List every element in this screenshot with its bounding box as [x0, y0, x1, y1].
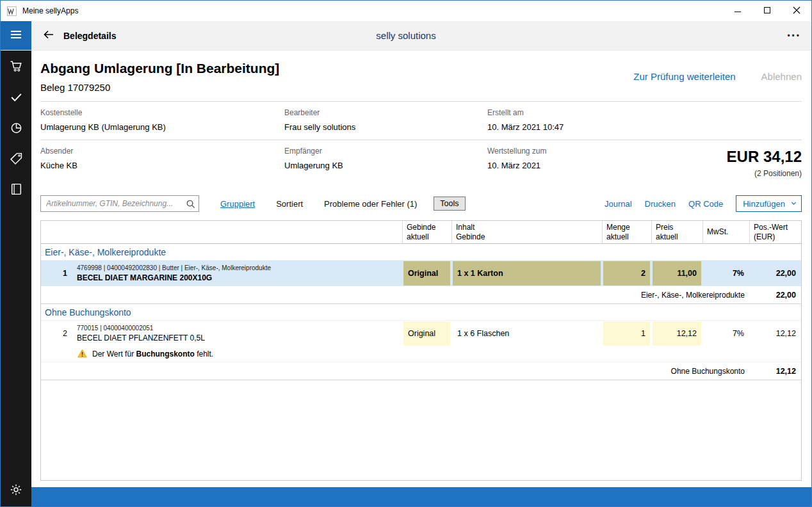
gear-icon	[10, 483, 22, 499]
article-name: BECEL DIAET MARGARINE 200X10G	[77, 273, 212, 282]
field-empfaenger: Empfänger Umlagerung KB	[284, 147, 487, 178]
preis-cell[interactable]: 12,12	[653, 321, 701, 346]
article-meta: 770015 | 04000400002051	[77, 325, 153, 332]
minimize-icon	[734, 5, 742, 17]
maximize-button[interactable]	[752, 1, 782, 21]
sidebar-item-cart[interactable]	[1, 52, 31, 83]
sorted-toggle[interactable]: Sortiert	[276, 199, 303, 209]
sidebar-item-settings[interactable]	[1, 476, 31, 506]
pie-chart-icon	[10, 121, 23, 137]
preis-cell[interactable]: 11,00	[653, 261, 701, 286]
column-header-preis: Preisaktuell	[651, 221, 702, 243]
reject-button[interactable]: Ablehnen	[761, 71, 802, 82]
column-header-gebinde: Gebindeaktuell	[402, 221, 451, 243]
titlebar: Meine sellyApps	[1, 1, 811, 21]
document-total: EUR 34,12 (2 Positionen)	[727, 147, 802, 178]
table-row[interactable]: 2 770015 | 04000400002051 BECEL DIAET PF…	[41, 321, 801, 346]
window-title: Meine sellyApps	[22, 6, 78, 15]
close-icon	[793, 5, 800, 17]
back-icon	[42, 28, 55, 44]
search-icon[interactable]	[182, 199, 199, 209]
menge-cell[interactable]: 2	[603, 261, 650, 286]
mwst-cell: 7%	[702, 321, 749, 346]
search-input[interactable]	[41, 199, 182, 208]
bottom-bar	[31, 487, 811, 506]
chevron-down-icon	[790, 199, 797, 209]
positions-toolbar: Gruppiert Sortiert Probleme oder Fehler …	[40, 195, 802, 212]
group-header: Eier-, Käse-, Molkereiprodukte	[41, 244, 801, 261]
field-bearbeiter: Bearbeiter Frau selly solutions	[284, 108, 487, 132]
table-row[interactable]: 1 4769998 | 04000492002830 | Butter | Ei…	[41, 261, 801, 286]
document-title: Abgang Umlagerung [In Bearbeitung]	[40, 61, 279, 76]
main-area: Abgang Umlagerung [In Bearbeitung] Beleg…	[31, 51, 811, 506]
more-icon[interactable]: •••	[787, 31, 801, 40]
add-dropdown[interactable]: Hinzufügen	[736, 195, 802, 212]
gebinde-cell[interactable]: Original	[403, 321, 450, 346]
hamburger-menu-button[interactable]	[1, 21, 31, 50]
search-box	[40, 195, 199, 212]
sidebar-item-approvals[interactable]	[1, 83, 31, 113]
article-name: BECEL DIAET PFLANZENFETT 0,5L	[77, 334, 205, 342]
column-header-description	[73, 221, 402, 243]
qr-code-link[interactable]: QR Code	[688, 199, 723, 209]
field-erstellt-am: Erstellt am 10. März 2021 10:47	[487, 108, 802, 132]
fields-row-1: Kostenstelle Umlagerung KB (Umlagerung K…	[40, 102, 802, 140]
sidebar	[1, 51, 31, 506]
app-icon	[7, 6, 17, 16]
group-header: Ohne Buchungskonto	[41, 304, 801, 321]
page-title: Belegdetails	[63, 31, 116, 41]
row-position: 1	[41, 261, 73, 286]
journal-link[interactable]: Journal	[605, 199, 632, 209]
column-header-inhalt: InhaltGebinde	[451, 221, 602, 243]
forward-for-review-button[interactable]: Zur Prüfung weiterleiten	[633, 71, 735, 82]
close-button[interactable]	[782, 1, 811, 21]
positions-count: (2 Positionen)	[727, 169, 802, 178]
group-subtotal: Eier-, Käse-, Molkereiprodukte 22,00	[41, 286, 801, 304]
warning-icon	[77, 349, 87, 360]
gebinde-cell[interactable]: Original	[403, 261, 450, 286]
column-header-mwst: MwSt.	[702, 221, 749, 243]
brand-label: selly solutions	[376, 30, 435, 41]
problems-filter[interactable]: Probleme oder Fehler (1)	[324, 199, 417, 209]
mwst-cell: 7%	[702, 261, 749, 286]
warning-text: Der Wert für Buchungskonto fehlt.	[92, 350, 213, 358]
column-header-wert: Pos.-Wert(EUR)	[749, 221, 801, 243]
sidebar-item-reports[interactable]	[1, 113, 31, 144]
sidebar-item-journal[interactable]	[1, 175, 31, 205]
maximize-icon	[763, 5, 771, 17]
document-header: Abgang Umlagerung [In Bearbeitung] Beleg…	[40, 61, 802, 93]
check-icon	[10, 90, 23, 106]
fields-row-2: Absender Küche KB Empfänger Umlagerung K…	[40, 140, 802, 186]
row-warning: Der Wert für Buchungskonto fehlt.	[41, 346, 801, 362]
wert-cell: 22,00	[749, 261, 801, 286]
back-button[interactable]	[35, 21, 62, 50]
total-amount: EUR 34,12	[727, 148, 802, 166]
app-header: Belegdetails selly solutions •••	[1, 21, 811, 51]
app-window: Meine sellyApps Belegdetails selly solut…	[0, 0, 812, 507]
inhalt-cell[interactable]: 1 x 1 Karton	[453, 261, 601, 286]
book-icon	[10, 182, 23, 198]
row-description: 4769998 | 04000492002830 | Butter | Eier…	[73, 261, 402, 286]
field-kostenstelle: Kostenstelle Umlagerung KB (Umlagerung K…	[40, 108, 284, 132]
positions-table: Gebindeaktuell InhaltGebinde Mengeaktuel…	[40, 220, 802, 481]
table-header: Gebindeaktuell InhaltGebinde Mengeaktuel…	[41, 221, 801, 244]
column-header-menge: Mengeaktuell	[602, 221, 651, 243]
menu-icon	[10, 28, 22, 44]
minimize-button[interactable]	[723, 1, 752, 21]
document-number: Beleg 17079250	[40, 82, 279, 93]
field-absender: Absender Küche KB	[40, 147, 284, 178]
print-link[interactable]: Drucken	[645, 199, 676, 209]
cart-icon	[10, 60, 23, 76]
article-meta: 4769998 | 04000492002830 | Butter | Eier…	[77, 264, 271, 271]
field-wertstellung: Wertstellung zum 10. März 2021	[487, 147, 727, 178]
row-position: 2	[41, 321, 73, 346]
sidebar-item-pricing[interactable]	[1, 144, 31, 175]
wert-cell: 12,12	[749, 321, 801, 346]
group-subtotal: Ohne Buchungskonto 12,12	[41, 362, 801, 380]
row-description: 770015 | 04000400002051 BECEL DIAET PFLA…	[73, 321, 402, 346]
column-header-pos	[41, 221, 73, 243]
tools-button[interactable]: Tools	[434, 197, 465, 211]
grouped-toggle[interactable]: Gruppiert	[220, 199, 255, 209]
menge-cell[interactable]: 1	[603, 321, 650, 346]
inhalt-cell[interactable]: 1 x 6 Flaschen	[453, 321, 601, 346]
